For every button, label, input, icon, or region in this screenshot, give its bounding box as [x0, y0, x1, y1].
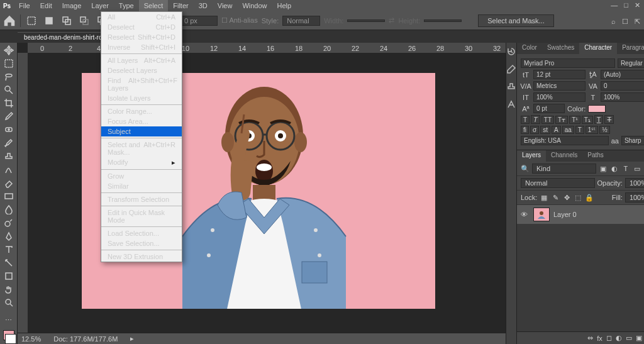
filter-type-icon[interactable]: T [621, 164, 630, 173]
menu-select[interactable]: Select [139, 0, 169, 11]
stamp-tool[interactable] [2, 150, 16, 162]
menu-view[interactable]: View [213, 0, 238, 11]
ot-T1[interactable]: T [575, 126, 584, 134]
opacity-input[interactable]: 100% [625, 178, 644, 188]
sel-sub-icon[interactable] [77, 14, 91, 28]
bold-button[interactable]: T [521, 116, 530, 124]
adjust-icon[interactable]: ◐ [616, 334, 622, 342]
layer-name[interactable]: Layer 0 [553, 211, 577, 218]
kerning-select[interactable]: Metrics [533, 81, 586, 91]
antialias-select[interactable]: Sharp [621, 136, 644, 145]
superscript-button[interactable]: T¹ [569, 116, 580, 124]
menu-filter[interactable]: Filter [168, 0, 193, 11]
mask-icon[interactable]: ◻ [606, 334, 612, 342]
ot-1st[interactable]: 1ˢᵗ [586, 126, 599, 134]
type-tool[interactable] [2, 243, 16, 255]
marquee-tool[interactable] [2, 57, 16, 69]
canvas-area[interactable]: 02468101214161820222426283032 [18, 43, 506, 344]
layer-thumbnail[interactable] [533, 208, 550, 221]
filter-kind-select[interactable]: Kind [532, 164, 596, 174]
lasso-tool[interactable] [2, 70, 16, 82]
subscript-button[interactable]: T₁ [582, 116, 593, 124]
menu-layer[interactable]: Layer [86, 0, 114, 11]
tab-paths[interactable]: Paths [582, 150, 609, 162]
doc-info[interactable]: Doc: 177.6M/177.6M [53, 335, 118, 343]
fx-icon[interactable]: fx [597, 335, 602, 342]
filter-pixel-icon[interactable]: ▣ [599, 164, 608, 173]
zoom-tool[interactable] [2, 297, 16, 309]
menu-item-all[interactable]: AllCtrl+A [101, 12, 182, 22]
sel-new-icon[interactable] [42, 14, 56, 28]
menu-item-find-layers[interactable]: Find LayersAlt+Shift+Ctrl+F [101, 75, 182, 93]
menu-item-load-selection-[interactable]: Load Selection... [101, 228, 182, 238]
hscale-input[interactable]: 100% [601, 92, 644, 102]
heal-tool[interactable] [2, 124, 16, 136]
language-select[interactable]: English: USA [521, 136, 609, 145]
eraser-tool[interactable] [2, 177, 16, 189]
menu-edit[interactable]: Edit [35, 0, 57, 11]
ot-o[interactable]: σ [530, 126, 539, 134]
font-style-select[interactable]: Regular [618, 58, 644, 68]
maximize-icon[interactable]: □ [624, 1, 628, 9]
blur-tool[interactable] [2, 204, 16, 216]
edit-toolbar[interactable]: ⋯ [2, 314, 16, 326]
menu-item-inverse[interactable]: InverseShift+Ctrl+I [101, 42, 182, 52]
select-menu-dropdown[interactable]: AllCtrl+ADeselectCtrl+DReselectShift+Ctr… [101, 11, 182, 262]
new-layer-icon[interactable]: ▣ [636, 334, 642, 342]
brushes-icon[interactable] [506, 64, 516, 75]
menu-item-focus-area-[interactable]: Focus Area... [101, 116, 182, 126]
tab-color[interactable]: Color [517, 43, 542, 54]
menu-item-edit-in-quick-mask-mode[interactable]: Edit in Quick Mask Mode [101, 208, 182, 225]
tab-paragraph[interactable]: Paragraph [617, 43, 644, 54]
minimize-icon[interactable]: — [611, 1, 618, 9]
background-color[interactable] [5, 334, 16, 344]
menu-3d[interactable]: 3D [194, 0, 213, 11]
eyedropper-tool[interactable] [2, 111, 16, 123]
history-brush-tool[interactable] [2, 164, 16, 175]
chevron-right-icon[interactable]: ▸ [130, 335, 134, 343]
search-icon[interactable]: ⌕ [611, 18, 616, 26]
feather-input[interactable]: 0 px [180, 16, 218, 26]
lock-all-icon[interactable]: 🔒 [585, 193, 594, 202]
menu-item-deselect-layers[interactable]: Deselect Layers [101, 65, 182, 75]
style-select[interactable]: Normal [282, 16, 320, 26]
menu-file[interactable]: File [14, 0, 35, 11]
shape-tool[interactable] [2, 270, 16, 282]
ot-ad[interactable]: aa [562, 126, 574, 134]
lock-pos-icon[interactable]: ✥ [562, 193, 571, 202]
quick-select-tool[interactable] [2, 84, 16, 96]
layer-list[interactable]: 👁 Layer 0 [517, 205, 644, 331]
tab-channels[interactable]: Channels [546, 150, 582, 162]
text-color-swatch[interactable] [588, 105, 606, 113]
font-family-select[interactable]: Myriad Pro [521, 58, 615, 68]
italic-button[interactable]: T [531, 115, 540, 124]
lock-paint-icon[interactable]: ✎ [551, 193, 560, 202]
vscale-input[interactable]: 100% [533, 92, 586, 102]
menu-help[interactable]: Help [272, 0, 297, 11]
clone-icon[interactable] [506, 82, 516, 93]
link-icon[interactable]: ⇔ [587, 334, 593, 342]
zoom-readout[interactable]: 12.5% [21, 335, 41, 343]
layer-row[interactable]: 👁 Layer 0 [517, 205, 644, 224]
glyphs-icon[interactable] [506, 99, 516, 111]
font-size-input[interactable]: 12 pt [533, 70, 586, 79]
filter-shape-icon[interactable]: ▭ [633, 164, 641, 173]
underline-button[interactable]: T [594, 115, 604, 124]
pen-tool[interactable] [2, 230, 16, 242]
menu-item-subject[interactable]: Subject [101, 126, 182, 136]
move-tool[interactable] [2, 44, 16, 56]
lock-nest-icon[interactable]: ⬚ [574, 193, 582, 202]
arrange-icon[interactable]: ⇱ [635, 18, 640, 26]
menu-type[interactable]: Type [114, 0, 139, 11]
window-controls[interactable]: — □ ✕ [611, 1, 640, 9]
sel-add-icon[interactable] [60, 14, 74, 28]
tab-character[interactable]: Character [579, 43, 617, 54]
lock-trans-icon[interactable]: ▦ [540, 193, 548, 202]
blend-mode-select[interactable]: Normal [521, 178, 595, 188]
ot-fi[interactable]: fi [521, 126, 529, 134]
gradient-tool[interactable] [2, 191, 16, 203]
menu-item-color-range-[interactable]: Color Range... [101, 106, 182, 116]
marquee-tool-icon[interactable] [25, 14, 38, 28]
menu-item-isolate-layers[interactable]: Isolate Layers [101, 93, 182, 103]
menu-image[interactable]: Image [57, 0, 87, 11]
